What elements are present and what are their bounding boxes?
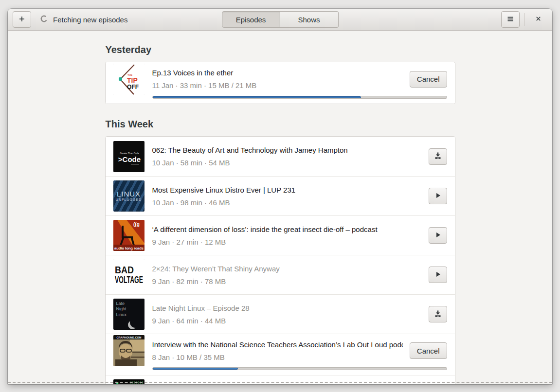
download-button[interactable]	[429, 306, 447, 322]
play-button[interactable]	[429, 227, 447, 244]
episode-info: ‘A different dimension of loss’: inside …	[152, 225, 422, 246]
episode-title: Ep.13 Voices in the ether	[152, 69, 403, 77]
svg-text:audio long reads: audio long reads	[114, 246, 143, 250]
episode-info: Interview with the National Science Teac…	[152, 340, 403, 361]
header-separator	[524, 13, 524, 26]
podcast-cover-bad-voltage: BAD VOLTAGE	[113, 259, 145, 290]
podcast-cover-the-tip-off: THE TIP OFF	[113, 64, 145, 95]
play-icon	[434, 231, 442, 240]
svg-text:((g: ((g	[133, 222, 140, 227]
play-button[interactable]	[429, 267, 447, 283]
episode-row-bad-voltage[interactable]: BAD VOLTAGE 2×24: They Weren’t That Shin…	[106, 255, 455, 294]
this-week-card: Greater Than Code >Code 062: The Beauty …	[105, 136, 455, 384]
plus-icon	[18, 15, 26, 24]
episode-title: Late Night Linux – Episode 28	[152, 304, 422, 313]
refresh-status: Fetching new episodes	[40, 15, 127, 25]
status-label: Fetching new episodes	[53, 16, 127, 24]
download-progressbar	[152, 367, 447, 370]
headerbar: Fetching new episodes Episodes Shows	[8, 9, 552, 31]
svg-text:TIP: TIP	[127, 76, 138, 84]
download-icon	[434, 310, 442, 319]
episode-meta: 10 Jan · 58 min · 54 MB	[152, 159, 422, 167]
close-icon	[535, 15, 542, 24]
svg-text:Greater Than Code: Greater Than Code	[120, 152, 139, 155]
episode-row-craphound[interactable]: CRAPHOUND.COM Interview with the Nationa…	[106, 334, 455, 375]
episode-meta: 10 Jan · 98 min · 46 MB	[152, 198, 422, 207]
add-podcast-button[interactable]	[13, 11, 31, 28]
scroll-undershoot-indicator	[8, 382, 552, 383]
svg-text:VOLTAGE: VOLTAGE	[115, 274, 143, 285]
close-window-button[interactable]	[529, 11, 547, 28]
crescent-moon-graphic	[130, 317, 141, 328]
episode-title: 2×24: They Weren’t That Shiny Anyway	[152, 265, 422, 273]
play-icon	[434, 192, 442, 201]
svg-text:CRAPHOUND.COM: CRAPHOUND.COM	[116, 336, 141, 339]
podcasts-app-window: Fetching new episodes Episodes Shows	[8, 9, 552, 384]
podcast-cover-late-night-linux: Late Night Linux	[113, 299, 145, 330]
episodes-scroll-area[interactable]: Yesterday THE TIP OFF	[8, 31, 552, 384]
podcast-cover-audio-long-reads: ((g audio long reads	[113, 220, 145, 251]
download-button[interactable]	[429, 148, 447, 165]
episode-meta: 9 Jan · 64 min · 44 MB	[152, 317, 422, 325]
podcast-cover-linux-unplugged: LINUX UNPLUGGED	[113, 180, 145, 212]
view-switcher: Episodes Shows	[222, 11, 339, 28]
download-icon	[434, 152, 442, 161]
svg-text:BAD: BAD	[115, 265, 134, 275]
episode-meta: 8 Jan · 10 MB / 35 MB	[152, 353, 403, 361]
section-heading-yesterday: Yesterday	[106, 44, 455, 55]
play-icon	[434, 270, 442, 280]
menu-button[interactable]	[501, 11, 520, 28]
play-button[interactable]	[429, 188, 447, 204]
section-heading-this-week: This Week	[106, 119, 455, 130]
episode-info: 2×24: They Weren’t That Shiny Anyway 9 J…	[152, 265, 422, 285]
episode-info: Most Expensive Linux Distro Ever | LUP 2…	[152, 186, 422, 207]
episode-info: Ep.13 Voices in the ether 11 Jan · 33 mi…	[152, 69, 403, 89]
spinner-icon	[40, 15, 48, 25]
episode-row-late-night-linux[interactable]: Late Night Linux Late Night Linux – Epis…	[106, 294, 455, 334]
headerbar-right	[501, 11, 547, 28]
episode-row-audio-long-reads[interactable]: ((g audio long reads ‘A different dimens…	[106, 215, 455, 255]
episode-meta: 9 Jan · 82 min · 78 MB	[152, 277, 422, 285]
desktop-backdrop: Fetching new episodes Episodes Shows	[0, 0, 560, 392]
episode-info: Late Night Linux – Episode 28 9 Jan · 64…	[152, 304, 422, 325]
svg-text:OFF: OFF	[127, 84, 139, 90]
yesterday-card: THE TIP OFF Ep.13 Voices in the ether 11…	[105, 62, 455, 104]
episode-meta: 9 Jan · 27 min · 12 MB	[152, 238, 422, 246]
cancel-download-button[interactable]: Cancel	[410, 71, 447, 88]
cancel-download-button[interactable]: Cancel	[410, 342, 447, 359]
episode-title: Interview with the National Science Teac…	[152, 340, 403, 349]
hamburger-icon	[506, 15, 514, 24]
episode-row-greater-than-code[interactable]: Greater Than Code >Code 062: The Beauty …	[106, 137, 455, 176]
episode-title: Most Expensive Linux Distro Ever | LUP 2…	[152, 186, 422, 195]
tab-episodes[interactable]: Episodes	[222, 11, 280, 28]
episode-row-tipoff[interactable]: THE TIP OFF Ep.13 Voices in the ether 11…	[106, 62, 455, 104]
download-progressbar	[152, 96, 447, 99]
episode-meta: 11 Jan · 33 min · 15 MB / 21 MB	[152, 81, 403, 89]
podcast-cover-craphound: CRAPHOUND.COM	[113, 335, 145, 366]
episode-title: ‘A different dimension of loss’: inside …	[152, 225, 422, 234]
episode-info: 062: The Beauty of Art and Technology wi…	[152, 146, 422, 167]
svg-text:>Code: >Code	[118, 155, 140, 163]
podcast-cover-greater-than-code: Greater Than Code >Code	[113, 141, 145, 172]
tab-shows[interactable]: Shows	[280, 11, 339, 28]
episode-row-linux-unplugged[interactable]: LINUX UNPLUGGED Most Expensive Linux Dis…	[106, 176, 455, 215]
episode-title: 062: The Beauty of Art and Technology wi…	[152, 146, 422, 155]
